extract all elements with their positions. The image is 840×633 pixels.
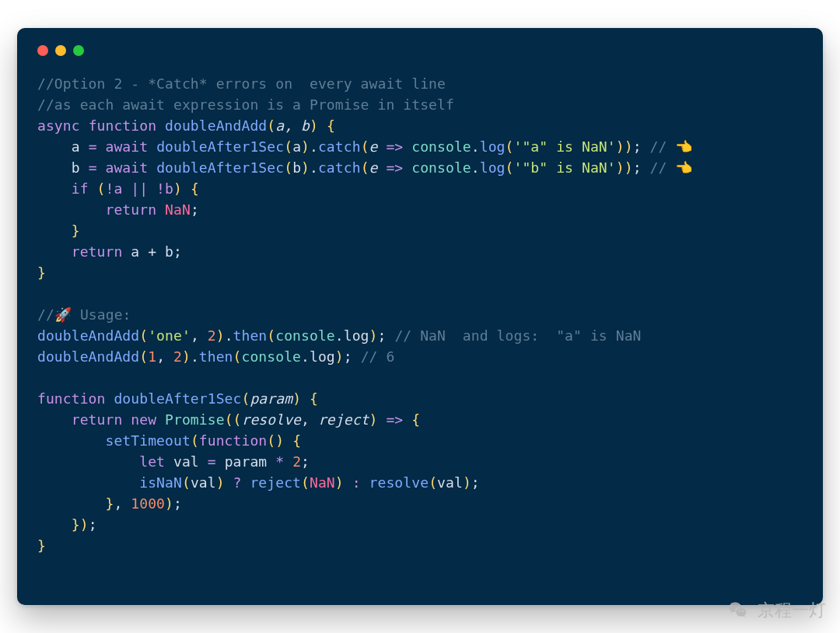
watermark-text: 京程一灯 (758, 599, 826, 622)
code-line: //Option 2 - *Catch* errors on every awa… (37, 75, 446, 92)
zoom-icon (73, 45, 84, 56)
close-icon (37, 45, 48, 56)
kw-async: async (37, 117, 80, 134)
window-controls (37, 45, 803, 56)
fn-name: doubleAndAdd (165, 117, 267, 134)
code-window: //Option 2 - *Catch* errors on every awa… (17, 28, 823, 605)
code-line: //🚀 Usage: (37, 306, 131, 323)
code-line: //as each await expression is a Promise … (37, 96, 454, 113)
kw-function: function (89, 117, 157, 134)
code-block: //Option 2 - *Catch* errors on every awa… (37, 73, 803, 556)
wechat-icon (726, 599, 750, 622)
watermark: 京程一灯 (726, 599, 826, 622)
minimize-icon (55, 45, 66, 56)
